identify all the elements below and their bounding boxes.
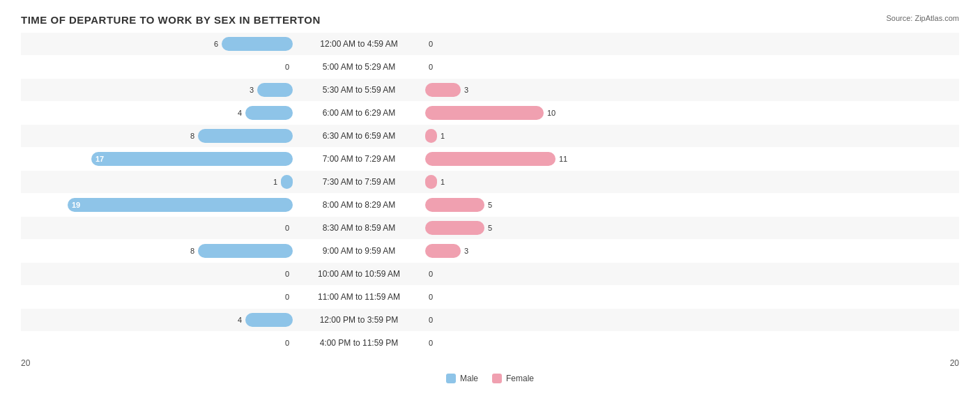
table-row: 612:00 AM to 4:59 AM0: [21, 33, 959, 55]
table-row: 010:00 AM to 10:59 AM0: [21, 263, 959, 285]
male-side: 0: [21, 293, 293, 301]
male-side: 6: [21, 37, 293, 51]
chart-area: 612:00 AM to 4:59 AM005:00 AM to 5:29 AM…: [21, 33, 959, 354]
time-label: 4:00 PM to 11:59 PM: [293, 338, 425, 348]
female-side: 0: [425, 339, 697, 347]
female-side: 5: [425, 221, 697, 235]
time-label: 7:30 AM to 7:59 AM: [293, 177, 425, 187]
legend-female-box: [492, 374, 502, 383]
male-side: 0: [21, 339, 293, 347]
female-value: 0: [429, 63, 443, 71]
male-side: 8: [21, 129, 293, 143]
chart-container: TIME OF DEPARTURE TO WORK BY SEX IN BETT…: [21, 14, 959, 383]
male-bar: [198, 244, 293, 258]
legend-male-box: [446, 374, 456, 383]
male-side: 3: [21, 83, 293, 97]
male-bar: [198, 129, 293, 143]
chart-title: TIME OF DEPARTURE TO WORK BY SEX IN BETT…: [21, 14, 959, 26]
male-side: 0: [21, 270, 293, 278]
time-label: 6:00 AM to 6:29 AM: [293, 108, 425, 118]
female-value: 0: [429, 40, 443, 48]
female-side: 0: [425, 270, 697, 278]
table-row: 011:00 AM to 11:59 AM0: [21, 286, 959, 308]
female-value: 10: [547, 109, 561, 117]
female-value: 0: [429, 339, 443, 347]
female-value: 1: [441, 178, 454, 186]
time-label: 11:00 AM to 11:59 AM: [293, 292, 425, 302]
time-label: 5:30 AM to 5:59 AM: [293, 85, 425, 95]
female-bar: [425, 152, 556, 166]
female-side: 5: [425, 198, 697, 212]
male-value: 8: [181, 132, 194, 140]
male-value: 3: [240, 86, 254, 94]
male-value: 1: [263, 178, 277, 186]
male-bar: [222, 37, 293, 51]
male-value: 0: [275, 63, 289, 71]
female-bar: [425, 83, 461, 97]
male-value: 4: [228, 109, 242, 117]
female-side: 11: [425, 152, 697, 166]
female-bar: [425, 198, 484, 212]
male-bar: 19: [68, 198, 293, 212]
time-label: 6:30 AM to 6:59 AM: [293, 131, 425, 141]
female-bar: [425, 175, 437, 189]
male-bar: [257, 83, 293, 97]
table-row: 17:30 AM to 7:59 AM1: [21, 171, 959, 193]
time-label: 8:00 AM to 8:29 AM: [293, 200, 425, 210]
female-side: 10: [425, 106, 697, 120]
time-label: 7:00 AM to 7:29 AM: [293, 154, 425, 164]
male-value: 6: [204, 40, 218, 48]
axis-left-value: 20: [21, 358, 30, 368]
male-value: 0: [275, 224, 289, 232]
axis-right-value: 20: [950, 358, 959, 368]
female-value: 3: [464, 86, 478, 94]
table-row: 05:00 AM to 5:29 AM0: [21, 56, 959, 78]
axis-labels: 20 20: [21, 358, 959, 368]
male-side: 4: [21, 313, 293, 327]
female-value: 5: [488, 224, 502, 232]
time-label: 5:00 AM to 5:29 AM: [293, 62, 425, 72]
female-side: 3: [425, 244, 697, 258]
male-value: 0: [275, 339, 289, 347]
male-side: 8: [21, 244, 293, 258]
male-bar: [245, 106, 293, 120]
time-label: 9:00 AM to 9:59 AM: [293, 246, 425, 256]
male-bar: 17: [91, 152, 293, 166]
male-side: 0: [21, 224, 293, 232]
male-side: 17: [21, 152, 293, 166]
legend-female-label: Female: [506, 374, 534, 383]
female-side: 0: [425, 293, 697, 301]
female-side: 0: [425, 40, 697, 48]
male-bar: [281, 175, 293, 189]
male-side: 0: [21, 63, 293, 71]
female-side: 0: [425, 316, 697, 324]
female-value: 0: [429, 293, 443, 301]
female-value: 3: [464, 247, 478, 255]
legend: Male Female: [21, 374, 959, 383]
table-row: 89:00 AM to 9:59 AM3: [21, 240, 959, 262]
time-label: 12:00 PM to 3:59 PM: [293, 315, 425, 325]
female-value: 5: [488, 201, 502, 209]
legend-male-label: Male: [460, 374, 478, 383]
male-value: 8: [181, 247, 194, 255]
female-bar: [425, 244, 461, 258]
female-side: 0: [425, 63, 697, 71]
legend-female: Female: [492, 374, 534, 383]
time-label: 12:00 AM to 4:59 AM: [293, 39, 425, 49]
female-side: 1: [425, 175, 697, 189]
female-value: 0: [429, 270, 443, 278]
female-value: 0: [429, 316, 443, 324]
table-row: 19 8:00 AM to 8:29 AM5: [21, 194, 959, 216]
time-label: 8:30 AM to 8:59 AM: [293, 223, 425, 233]
male-bar: [245, 313, 293, 327]
table-row: 35:30 AM to 5:59 AM3: [21, 79, 959, 101]
table-row: 86:30 AM to 6:59 AM1: [21, 125, 959, 147]
female-value: 11: [559, 155, 573, 163]
table-row: 04:00 PM to 11:59 PM0: [21, 332, 959, 354]
male-value: 0: [275, 270, 289, 278]
time-label: 10:00 AM to 10:59 AM: [293, 269, 425, 279]
female-side: 3: [425, 83, 697, 97]
table-row: 08:30 AM to 8:59 AM5: [21, 217, 959, 239]
female-bar: [425, 221, 484, 235]
table-row: 17 7:00 AM to 7:29 AM11: [21, 148, 959, 170]
